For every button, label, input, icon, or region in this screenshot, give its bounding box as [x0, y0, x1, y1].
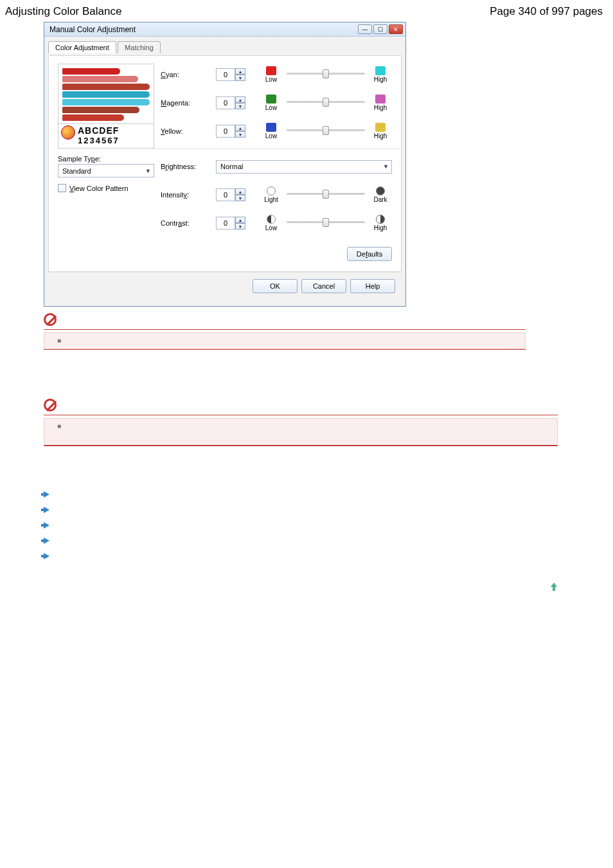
- related-link-3[interactable]: [44, 518, 613, 532]
- magenta-thumb[interactable]: [323, 98, 329, 107]
- cyan-thumb[interactable]: [323, 69, 329, 78]
- magenta-spin-down[interactable]: ▼: [235, 103, 245, 109]
- arrow-right-icon: [44, 491, 49, 498]
- related-link-4[interactable]: [44, 534, 613, 548]
- tab-color-adjustment[interactable]: Color Adjustment: [48, 41, 116, 53]
- cyan-input[interactable]: [216, 68, 235, 81]
- preview-globe-icon: [61, 125, 75, 140]
- yellow-input[interactable]: [216, 125, 235, 138]
- note-block-2: ■: [44, 399, 613, 446]
- cyan-low-swatch: [266, 66, 276, 75]
- page-indicator: Page 340 of 997 pages: [490, 5, 603, 18]
- contrast-low-label: Low: [265, 224, 277, 231]
- tab-strip: Color Adjustment Matching: [48, 41, 402, 53]
- chevron-down-icon: ▼: [383, 163, 389, 170]
- intensity-low-icon: [267, 186, 276, 195]
- arrow-right-icon: [44, 522, 49, 529]
- defaults-button[interactable]: Defaults: [347, 247, 392, 261]
- magenta-high-label: High: [374, 104, 387, 111]
- note-bullet: ■: [57, 337, 61, 344]
- sample-type-select[interactable]: Standard ▼: [58, 164, 154, 177]
- yellow-high-label: High: [374, 132, 387, 140]
- yellow-low-label: Low: [265, 132, 277, 140]
- cyan-label: Cyan:: [161, 71, 216, 78]
- contrast-input[interactable]: [216, 217, 235, 230]
- cyan-low-label: Low: [265, 76, 277, 83]
- intensity-input[interactable]: [216, 188, 235, 201]
- intensity-slider[interactable]: [287, 193, 365, 195]
- contrast-label: Contrast:: [161, 219, 216, 227]
- intensity-high-label: Dark: [373, 196, 387, 203]
- yellow-slider[interactable]: [287, 129, 365, 131]
- preview-image: [58, 64, 154, 124]
- contrast-high-label: High: [374, 224, 387, 231]
- magenta-high-swatch: [375, 95, 386, 104]
- view-color-pattern-checkbox[interactable]: [58, 184, 66, 192]
- view-color-pattern-label: View Color Pattern: [69, 185, 129, 192]
- note-block-1: ■: [44, 313, 613, 350]
- related-link-1[interactable]: [44, 487, 613, 502]
- chevron-down-icon: ▼: [145, 168, 151, 174]
- magenta-spin-up[interactable]: ▲: [235, 96, 245, 103]
- intensity-label: Intensity:: [161, 191, 216, 199]
- arrow-right-icon: [44, 538, 49, 544]
- magenta-low-swatch: [266, 95, 276, 104]
- contrast-spin-up[interactable]: ▲: [235, 217, 245, 223]
- yellow-thumb[interactable]: [323, 126, 329, 135]
- cancel-button[interactable]: Cancel: [301, 279, 346, 293]
- brightness-value: Normal: [220, 163, 243, 170]
- related-links-list: [44, 487, 613, 563]
- related-link-2[interactable]: [44, 503, 613, 517]
- page-top-icon[interactable]: [550, 583, 558, 592]
- help-button[interactable]: Help: [350, 279, 395, 293]
- cyan-slider[interactable]: [287, 73, 365, 75]
- sample-type-value: Standard: [62, 167, 91, 175]
- contrast-slider[interactable]: [287, 221, 365, 223]
- yellow-high-swatch: [375, 123, 386, 132]
- cyan-spin-down[interactable]: ▼: [235, 75, 245, 81]
- ok-button[interactable]: OK: [253, 279, 298, 293]
- cyan-spin-up[interactable]: ▲: [235, 68, 245, 75]
- magenta-label: Magenta:: [161, 99, 216, 107]
- page-title: Adjusting Color Balance: [5, 5, 121, 18]
- contrast-low-icon: [267, 215, 276, 224]
- dialog-title: Manual Color Adjustment: [49, 25, 136, 34]
- yellow-spin-up[interactable]: ▲: [235, 125, 245, 131]
- brightness-select[interactable]: Normal ▼: [216, 160, 392, 174]
- brightness-label: Brightness:: [161, 163, 216, 170]
- cyan-high-swatch: [375, 66, 386, 75]
- related-link-5[interactable]: [44, 549, 613, 563]
- sample-type-label: Sample Type:: [58, 155, 161, 163]
- contrast-spin-down[interactable]: ▼: [235, 223, 245, 230]
- maximize-button[interactable]: ☐: [373, 24, 387, 34]
- tab-matching[interactable]: Matching: [118, 41, 161, 53]
- preview-line-2: 1234567: [78, 136, 151, 145]
- prohibit-icon: [44, 399, 57, 411]
- manual-color-adjustment-dialog: Manual Color Adjustment — ☐ ✕ Color Adju…: [44, 22, 406, 307]
- preview-text-box: ABCDEF 1234567: [58, 124, 154, 149]
- magenta-slider[interactable]: [287, 101, 365, 103]
- arrow-right-icon: [44, 507, 49, 513]
- magenta-input[interactable]: [216, 96, 235, 109]
- yellow-spin-down[interactable]: ▼: [235, 131, 245, 138]
- prohibit-icon: [44, 313, 57, 326]
- close-button[interactable]: ✕: [389, 24, 403, 34]
- intensity-thumb[interactable]: [323, 190, 329, 199]
- yellow-low-swatch: [266, 123, 276, 132]
- contrast-thumb[interactable]: [323, 218, 329, 227]
- preview-line-1: ABCDEF: [78, 125, 151, 136]
- minimize-button[interactable]: —: [358, 24, 372, 34]
- intensity-low-label: Light: [264, 196, 278, 203]
- magenta-low-label: Low: [265, 104, 277, 111]
- note-bullet: ■: [57, 422, 61, 429]
- yellow-label: Yellow:: [161, 127, 216, 135]
- intensity-spin-up[interactable]: ▲: [235, 188, 245, 195]
- intensity-high-icon: [376, 186, 385, 195]
- dialog-titlebar: Manual Color Adjustment — ☐ ✕: [44, 23, 405, 37]
- intensity-spin-down[interactable]: ▼: [235, 195, 245, 201]
- cyan-high-label: High: [374, 76, 387, 83]
- arrow-right-icon: [44, 553, 49, 559]
- contrast-high-icon: [376, 215, 385, 224]
